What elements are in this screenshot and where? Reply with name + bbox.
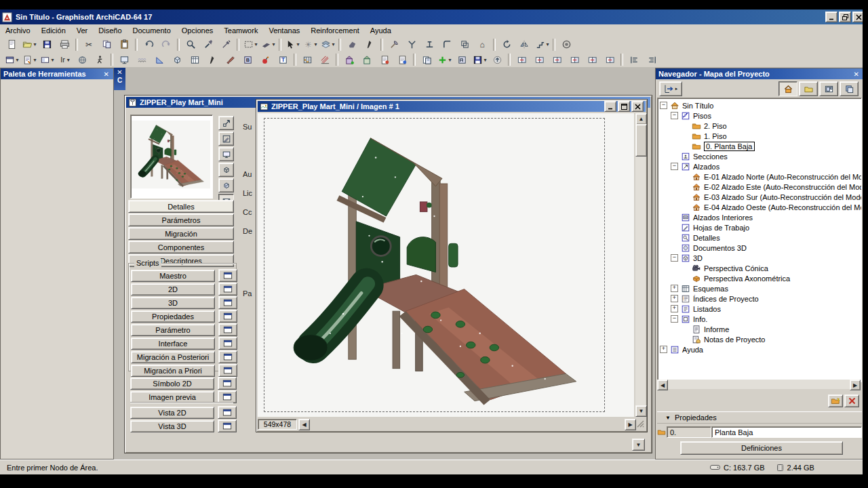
cut-button[interactable]: ✂ xyxy=(80,37,98,52)
tree-item[interactable]: Documentos 3D xyxy=(658,243,861,253)
explode-button[interactable] xyxy=(256,52,274,67)
record-button[interactable] xyxy=(557,37,575,52)
dropdown-arrow-icon[interactable]: ▾ xyxy=(33,57,36,63)
main-window-titlebar[interactable]: Sin Título - Graphisoft ArchiCAD-64 17 xyxy=(0,9,867,24)
print-button[interactable] xyxy=(56,37,73,52)
tree-item[interactable]: Hojas de Trabajo xyxy=(658,222,861,232)
tree-item-label[interactable]: E-01 Alzado Norte (Auto-Reconstrucción d… xyxy=(704,173,862,181)
tree-expander-plus-icon[interactable]: + xyxy=(660,346,667,353)
image-maximize-button[interactable] xyxy=(618,101,630,112)
view-s-mbolo-2d-button[interactable]: Símbolo 2D xyxy=(130,378,214,390)
tree-expander-plus-icon[interactable]: + xyxy=(671,295,678,302)
object-browser-button[interactable] xyxy=(453,52,471,67)
scroll-right-button[interactable]: ▶ xyxy=(625,419,636,430)
script-migraci-n-a-priori-button[interactable]: Migración a Priori xyxy=(131,365,215,377)
menu-opciones[interactable]: Opciones xyxy=(176,26,218,35)
export-doc-button[interactable] xyxy=(393,52,411,67)
walk-mode-button[interactable] xyxy=(91,52,108,67)
open-window-button[interactable] xyxy=(218,377,237,390)
dropdown-arrow-icon[interactable]: ▾ xyxy=(272,41,275,47)
view-vista-3d-button[interactable]: Vista 3D xyxy=(130,420,214,432)
tree-expander-minus-icon[interactable]: − xyxy=(671,315,678,323)
save-view-button[interactable]: ▾ xyxy=(471,52,488,67)
script-migraci-n-a-posteriori-button[interactable]: Migración a Posteriori xyxy=(131,351,215,363)
nav-scroll-right-button[interactable]: ▶ xyxy=(850,380,861,390)
dropdown-arrow-icon[interactable]: ▾ xyxy=(546,41,549,47)
dropdown-arrow-icon[interactable]: ▾ xyxy=(67,57,70,63)
hotlink-6-button[interactable] xyxy=(601,52,618,67)
tree-item[interactable]: Perspectiva Axonométrica xyxy=(658,273,861,283)
trim-button[interactable] xyxy=(385,37,403,52)
fillet-button[interactable] xyxy=(438,37,456,52)
fill-tool-button[interactable] xyxy=(343,37,361,52)
tree-expander-minus-icon[interactable]: − xyxy=(671,112,678,119)
new-file-button[interactable] xyxy=(3,37,20,52)
tree-item-label[interactable]: Notas de Proyecto xyxy=(704,336,766,344)
tree-item-label[interactable]: Info. xyxy=(693,315,707,323)
rebuild-button[interactable] xyxy=(73,52,91,67)
dropdown-arrow-icon[interactable]: ▾ xyxy=(51,57,54,63)
dropdown-arrow-icon[interactable]: ▾ xyxy=(484,57,486,63)
redo-button[interactable] xyxy=(157,37,175,52)
tree-expander-minus-icon[interactable]: − xyxy=(660,102,667,109)
undo-button[interactable] xyxy=(140,37,157,52)
align-a-button[interactable] xyxy=(625,52,643,67)
open-window-button[interactable] xyxy=(218,310,237,323)
tree-item[interactable]: 0. Planta Baja xyxy=(658,141,861,151)
collapsed-palette-close-icon[interactable]: ✕ xyxy=(117,68,122,77)
vscroll-thumb[interactable] xyxy=(635,124,647,157)
open-window-button[interactable] xyxy=(218,406,237,419)
open-window-button[interactable] xyxy=(218,283,237,296)
image-vscrollbar[interactable]: ▲ ▼ xyxy=(635,113,646,417)
restore-button[interactable] xyxy=(839,12,851,22)
tree-item[interactable]: Detalles xyxy=(658,232,861,243)
tree-item-label[interactable]: E-02 Alzado Este (Auto-Reconstrucción de… xyxy=(704,183,862,191)
hotlink-5-button[interactable] xyxy=(583,52,601,67)
dropdown-arrow-icon[interactable]: ▾ xyxy=(332,41,334,47)
preview-solid-cube-button[interactable] xyxy=(218,178,234,192)
tree-item-label[interactable]: E-03 Alzado Sur (Auto-Reconstrucción del… xyxy=(704,193,862,201)
tree-item-label[interactable]: Esquemas xyxy=(693,285,728,293)
schedules-button[interactable] xyxy=(186,52,203,67)
minimize-button[interactable] xyxy=(825,12,837,22)
layout-book-button[interactable]: ▾ xyxy=(38,52,56,67)
open-window-button[interactable] xyxy=(218,296,237,309)
image-window-titlebar[interactable]: ZIPPER_Play Mart_Mini / Imagen # 1 xyxy=(258,101,646,112)
home-story-button[interactable]: ⌂ xyxy=(473,37,491,52)
tree-item-label[interactable]: Pisos xyxy=(693,112,711,120)
hotlink-1-button[interactable] xyxy=(513,52,530,67)
open-window-button[interactable] xyxy=(218,269,237,282)
gdl-preview-dropdown[interactable]: ▼ xyxy=(632,439,645,451)
tree-item[interactable]: −Alzados xyxy=(658,161,861,171)
intersect-button[interactable] xyxy=(456,37,473,52)
tree-item[interactable]: Notas de Proyecto xyxy=(658,334,861,344)
sun-study-button[interactable]: ☀▾ xyxy=(301,37,319,52)
image-minimize-button[interactable] xyxy=(604,101,616,112)
navigator-tab-publisher[interactable] xyxy=(840,81,859,96)
dropdown-arrow-icon[interactable]: ▾ xyxy=(448,57,451,63)
script-3d-button[interactable]: 3D xyxy=(131,297,215,309)
definitions-button[interactable]: Definiciones xyxy=(680,441,843,455)
menu-ayuda[interactable]: Ayuda xyxy=(365,26,397,35)
story-name-input[interactable]: Planta Baja xyxy=(711,426,862,438)
delete-item-button[interactable] xyxy=(844,394,859,407)
tree-expander-plus-icon[interactable]: + xyxy=(671,285,678,292)
tool-palette-titlebar[interactable]: Paleta de Herramientas ✕ xyxy=(1,68,113,79)
tree-item[interactable]: E-01 Alzado Norte (Auto-Reconstrucción d… xyxy=(658,171,861,182)
tree-item[interactable]: E-04 Alzado Oeste (Auto-Reconstrucción d… xyxy=(658,202,861,212)
tree-item-label[interactable]: 0. Planta Baja xyxy=(704,142,755,151)
navigator-tab-layout-book[interactable] xyxy=(819,81,838,96)
elevate-button[interactable]: ▾ xyxy=(533,37,551,52)
project-b-button[interactable] xyxy=(358,52,376,67)
favorites-button[interactable]: B xyxy=(239,52,256,67)
hotlink-4-button[interactable] xyxy=(566,52,583,67)
tree-item-label[interactable]: Ayuda xyxy=(682,346,703,354)
dropdown-arrow-icon[interactable]: ▾ xyxy=(254,41,257,47)
properties-header[interactable]: ▼ Propiedades xyxy=(657,411,862,424)
preview-edit-pencil-button[interactable] xyxy=(218,131,234,146)
open-window-button[interactable] xyxy=(218,337,237,350)
tree-item[interactable]: −Sin Título xyxy=(658,100,861,110)
menu-diseño[interactable]: Diseño xyxy=(93,26,127,35)
tree-item-label[interactable]: Sin Título xyxy=(682,102,713,110)
tree-item-label[interactable]: Índices de Proyecto xyxy=(693,295,759,303)
